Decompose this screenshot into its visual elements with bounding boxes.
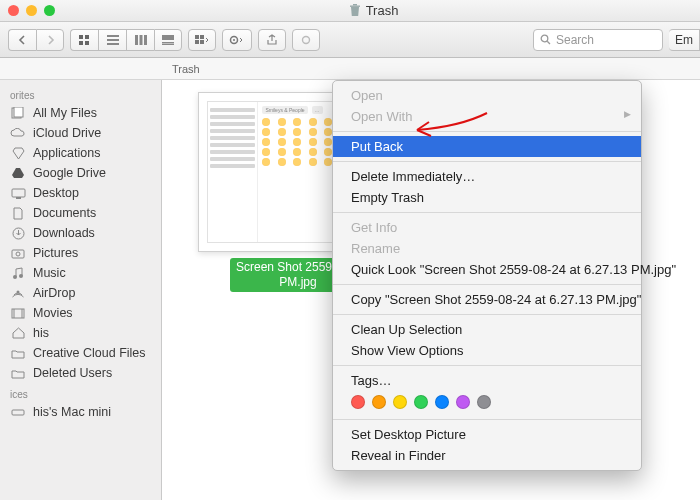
ctx-set-desktop[interactable]: Set Desktop Picture <box>333 424 641 445</box>
sidebar-item-pictures[interactable]: Pictures <box>0 243 161 263</box>
applications-icon <box>10 146 26 160</box>
ctx-show-view-options[interactable]: Show View Options <box>333 340 641 361</box>
location-label: Trash <box>172 63 200 75</box>
ctx-get-info: Get Info <box>333 217 641 238</box>
sidebar-item-mac-mini[interactable]: his's Mac mini <box>0 402 161 422</box>
tag-color-dot[interactable] <box>372 395 386 409</box>
ctx-reveal-in-finder[interactable]: Reveal in Finder <box>333 445 641 466</box>
svg-rect-15 <box>195 35 199 39</box>
back-button[interactable] <box>8 29 36 51</box>
coverflow-view-button[interactable] <box>154 29 182 51</box>
window-controls <box>8 5 55 16</box>
tag-color-dot[interactable] <box>351 395 365 409</box>
tags-button[interactable] <box>292 29 320 51</box>
svg-rect-17 <box>195 40 199 44</box>
svg-rect-5 <box>85 41 89 45</box>
sidebar-item-home[interactable]: his <box>0 323 161 343</box>
sidebar-item-creative-cloud[interactable]: Creative Cloud Files <box>0 343 161 363</box>
sidebar-item-documents[interactable]: Documents <box>0 203 161 223</box>
sidebar-item-deleted-users[interactable]: Deleted Users <box>0 363 161 383</box>
mac-icon <box>10 405 26 419</box>
context-menu: Open Open With Put Back Delete Immediate… <box>332 80 642 471</box>
sidebar-item-icloud-drive[interactable]: iCloud Drive <box>0 123 161 143</box>
tag-color-dot[interactable] <box>393 395 407 409</box>
svg-point-21 <box>303 36 310 43</box>
ctx-empty-trash[interactable]: Empty Trash <box>333 187 641 208</box>
ctx-tags[interactable]: Tags… <box>333 370 641 391</box>
svg-rect-16 <box>200 35 204 39</box>
svg-rect-9 <box>135 35 138 45</box>
svg-rect-25 <box>12 189 25 197</box>
all-files-icon <box>10 106 26 120</box>
sidebar-item-movies[interactable]: Movies <box>0 303 161 323</box>
ctx-tag-colors <box>333 391 641 415</box>
tag-color-dot[interactable] <box>456 395 470 409</box>
music-icon <box>10 266 26 280</box>
forward-button[interactable] <box>36 29 64 51</box>
sidebar-item-downloads[interactable]: Downloads <box>0 223 161 243</box>
svg-rect-26 <box>16 197 21 199</box>
pictures-icon <box>10 246 26 260</box>
svg-rect-18 <box>200 40 204 44</box>
ctx-separator <box>333 314 641 315</box>
ctx-delete-immediately[interactable]: Delete Immediately… <box>333 166 641 187</box>
column-view-button[interactable] <box>126 29 154 51</box>
svg-rect-14 <box>162 44 174 45</box>
documents-icon <box>10 206 26 220</box>
svg-rect-2 <box>79 35 83 39</box>
ctx-separator <box>333 161 641 162</box>
svg-rect-0 <box>350 6 360 7</box>
tag-color-dot[interactable] <box>477 395 491 409</box>
svg-rect-28 <box>12 250 24 258</box>
list-view-button[interactable] <box>98 29 126 51</box>
ctx-put-back[interactable]: Put Back <box>333 136 641 157</box>
sidebar-item-all-my-files[interactable]: All My Files <box>0 103 161 123</box>
downloads-icon <box>10 226 26 240</box>
share-button[interactable] <box>258 29 286 51</box>
sidebar-item-airdrop[interactable]: AirDrop <box>0 283 161 303</box>
ctx-separator <box>333 284 641 285</box>
sidebar-section-devices: ices <box>0 383 161 402</box>
empty-trash-button[interactable]: Em <box>669 29 700 51</box>
minimize-window-button[interactable] <box>26 5 37 16</box>
ctx-open-with: Open With <box>333 106 641 127</box>
gdrive-icon <box>10 166 26 180</box>
svg-rect-1 <box>353 4 357 6</box>
ctx-quick-look[interactable]: Quick Look "Screen Shot 2559-08-24 at 6.… <box>333 259 641 280</box>
ctx-open: Open <box>333 85 641 106</box>
home-icon <box>10 326 26 340</box>
sidebar-section-favorites: orites <box>0 84 161 103</box>
titlebar: Trash <box>0 0 700 22</box>
svg-point-31 <box>19 274 23 278</box>
arrange-button[interactable] <box>188 29 216 51</box>
svg-rect-6 <box>107 35 119 37</box>
sidebar-item-applications[interactable]: Applications <box>0 143 161 163</box>
ctx-clean-up[interactable]: Clean Up Selection <box>333 319 641 340</box>
folder-icon <box>10 366 26 380</box>
svg-rect-4 <box>79 41 83 45</box>
svg-point-20 <box>233 39 235 41</box>
folder-icon <box>10 346 26 360</box>
svg-rect-3 <box>85 35 89 39</box>
tag-color-dot[interactable] <box>414 395 428 409</box>
movies-icon <box>10 306 26 320</box>
airdrop-icon <box>10 286 26 300</box>
sidebar-item-music[interactable]: Music <box>0 263 161 283</box>
svg-rect-12 <box>162 35 174 40</box>
svg-point-22 <box>541 35 548 42</box>
search-field[interactable]: Search <box>533 29 663 51</box>
close-window-button[interactable] <box>8 5 19 16</box>
sidebar-item-google-drive[interactable]: Google Drive <box>0 163 161 183</box>
toolbar: Search Em <box>0 22 700 58</box>
ctx-copy[interactable]: Copy "Screen Shot 2559-08-24 at 6.27.13 … <box>333 289 641 310</box>
tag-color-dot[interactable] <box>435 395 449 409</box>
svg-rect-10 <box>139 35 142 45</box>
sidebar-item-desktop[interactable]: Desktop <box>0 183 161 203</box>
svg-rect-7 <box>107 39 119 41</box>
action-button[interactable] <box>222 29 252 51</box>
svg-rect-13 <box>162 42 174 44</box>
svg-rect-34 <box>12 410 24 415</box>
ctx-separator <box>333 419 641 420</box>
icon-view-button[interactable] <box>70 29 98 51</box>
zoom-window-button[interactable] <box>44 5 55 16</box>
